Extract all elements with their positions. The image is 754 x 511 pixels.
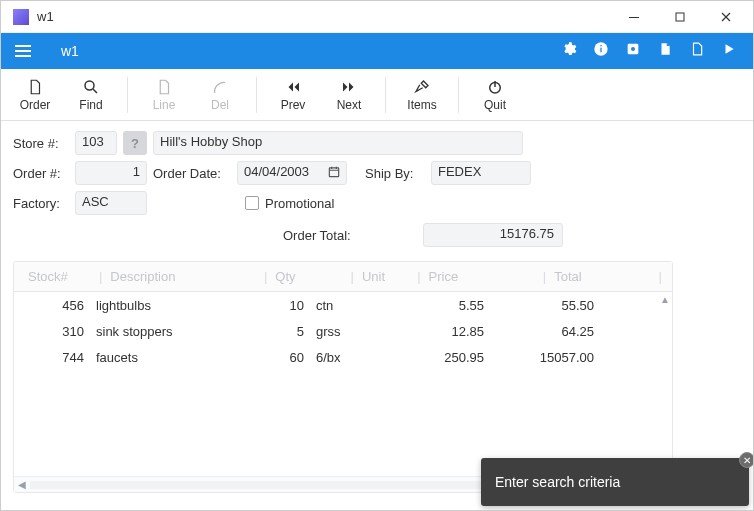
cell-price: 12.85 bbox=[370, 324, 490, 339]
new-document-icon[interactable] bbox=[681, 41, 713, 61]
cell-total: 55.50 bbox=[490, 298, 600, 313]
cell-unit: ctn bbox=[310, 298, 370, 313]
topbar-title: w1 bbox=[61, 43, 79, 59]
order-total-field: 15176.75 bbox=[423, 223, 563, 247]
quit-button[interactable]: Quit bbox=[469, 76, 521, 114]
store-name-field[interactable]: Hill's Hobby Shop bbox=[153, 131, 523, 155]
cell-stock: 310 bbox=[14, 324, 90, 339]
next-label: Next bbox=[337, 98, 362, 112]
shipby-field[interactable]: FEDEX bbox=[431, 161, 531, 185]
col-total[interactable]: Total bbox=[548, 269, 656, 284]
cell-total: 15057.00 bbox=[490, 350, 600, 365]
content-area: Store #: 103 ? Hill's Hobby Shop Order #… bbox=[1, 121, 753, 510]
col-qty[interactable]: Qty bbox=[269, 269, 328, 284]
store-lookup-button[interactable]: ? bbox=[123, 131, 147, 155]
table-row[interactable]: 456 lightbulbs 10 ctn 5.55 55.50 bbox=[14, 292, 672, 318]
find-label: Find bbox=[79, 98, 102, 112]
col-price[interactable]: Price bbox=[423, 269, 541, 284]
topbar: w1 bbox=[1, 33, 753, 69]
toolbar-divider bbox=[458, 77, 459, 113]
cell-desc: lightbulbs bbox=[90, 298, 250, 313]
cell-unit: 6/bx bbox=[310, 350, 370, 365]
toast-text: Enter search criteria bbox=[495, 474, 620, 490]
info-icon[interactable] bbox=[585, 41, 617, 61]
status-toast: Enter search criteria ✕ bbox=[481, 458, 749, 506]
order-button[interactable]: Order bbox=[9, 76, 61, 114]
toolbar-divider bbox=[127, 77, 128, 113]
toolbar: Order Find Line Del Prev Next Items Quit bbox=[1, 69, 753, 121]
svg-point-6 bbox=[631, 47, 635, 51]
order-date-label: Order Date: bbox=[153, 166, 231, 181]
order-date-field[interactable]: 04/04/2003 bbox=[237, 161, 347, 185]
cell-price: 250.95 bbox=[370, 350, 490, 365]
del-button: Del bbox=[194, 76, 246, 114]
table-row[interactable]: 310 sink stoppers 5 grss 12.85 64.25 bbox=[14, 318, 672, 344]
cell-price: 5.55 bbox=[370, 298, 490, 313]
promotional-label: Promotional bbox=[265, 196, 334, 211]
document-icon[interactable] bbox=[649, 41, 681, 61]
table-row[interactable]: 744 faucets 60 6/bx 250.95 15057.00 bbox=[14, 344, 672, 370]
svg-rect-0 bbox=[629, 17, 639, 18]
cell-qty: 60 bbox=[250, 350, 310, 365]
cell-qty: 5 bbox=[250, 324, 310, 339]
window-titlebar: w1 bbox=[1, 1, 753, 33]
toolbar-divider bbox=[256, 77, 257, 113]
find-button[interactable]: Find bbox=[65, 76, 117, 114]
items-button[interactable]: Items bbox=[396, 76, 448, 114]
col-description[interactable]: Description bbox=[104, 269, 262, 284]
line-label: Line bbox=[153, 98, 176, 112]
app-icon bbox=[13, 9, 29, 25]
menu-icon[interactable] bbox=[9, 39, 37, 63]
shipby-label: Ship By: bbox=[365, 166, 425, 181]
store-label: Store #: bbox=[13, 136, 69, 151]
prev-button[interactable]: Prev bbox=[267, 76, 319, 114]
config-icon[interactable] bbox=[617, 41, 649, 61]
items-label: Items bbox=[407, 98, 436, 112]
prev-label: Prev bbox=[281, 98, 306, 112]
cell-desc: sink stoppers bbox=[90, 324, 250, 339]
cell-desc: faucets bbox=[90, 350, 250, 365]
play-icon[interactable] bbox=[713, 42, 745, 60]
window-minimize-button[interactable] bbox=[611, 1, 657, 33]
quit-label: Quit bbox=[484, 98, 506, 112]
del-label: Del bbox=[211, 98, 229, 112]
col-stock[interactable]: Stock# bbox=[22, 269, 97, 284]
grid-header: Stock# | Description | Qty | Unit | Pric… bbox=[14, 262, 672, 292]
cell-qty: 10 bbox=[250, 298, 310, 313]
cell-unit: grss bbox=[310, 324, 370, 339]
promotional-checkbox[interactable]: Promotional bbox=[245, 196, 334, 211]
scroll-left-icon[interactable]: ◀ bbox=[14, 479, 30, 490]
checkbox-icon bbox=[245, 196, 259, 210]
settings-icon[interactable] bbox=[553, 41, 585, 61]
svg-rect-1 bbox=[676, 13, 684, 21]
toolbar-divider bbox=[385, 77, 386, 113]
cell-total: 64.25 bbox=[490, 324, 600, 339]
grid-body[interactable]: 456 lightbulbs 10 ctn 5.55 55.50 310 sin… bbox=[14, 292, 672, 476]
svg-rect-4 bbox=[600, 45, 601, 46]
next-button[interactable]: Next bbox=[323, 76, 375, 114]
window-title: w1 bbox=[37, 9, 54, 24]
window-close-button[interactable] bbox=[703, 1, 749, 33]
line-button: Line bbox=[138, 76, 190, 114]
scroll-up-icon[interactable]: ▲ bbox=[660, 294, 670, 305]
col-unit[interactable]: Unit bbox=[356, 269, 415, 284]
order-number-field[interactable]: 1 bbox=[75, 161, 147, 185]
factory-label: Factory: bbox=[13, 196, 69, 211]
close-icon[interactable]: ✕ bbox=[739, 452, 753, 468]
order-total-label: Order Total: bbox=[283, 228, 383, 243]
order-label: Order #: bbox=[13, 166, 69, 181]
store-number-field[interactable]: 103 bbox=[75, 131, 117, 155]
window-maximize-button[interactable] bbox=[657, 1, 703, 33]
vertical-scrollbar[interactable]: ▲ bbox=[658, 292, 672, 476]
order-label: Order bbox=[20, 98, 51, 112]
cell-stock: 744 bbox=[14, 350, 90, 365]
svg-rect-3 bbox=[600, 48, 601, 53]
factory-field[interactable]: ASC bbox=[75, 191, 147, 215]
cell-stock: 456 bbox=[14, 298, 90, 313]
svg-point-7 bbox=[85, 81, 94, 90]
